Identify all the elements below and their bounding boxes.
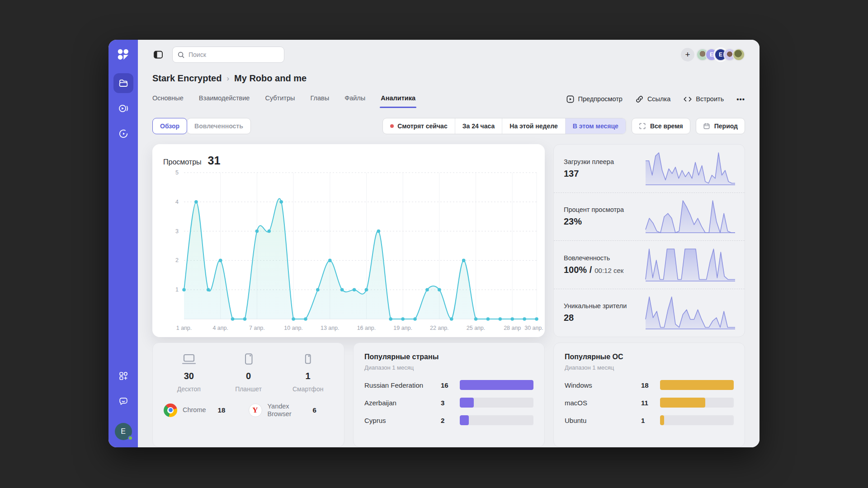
- os-bar: [660, 398, 705, 408]
- tabs: Основные Взаимодействие Субтитры Главы Ф…: [152, 94, 415, 108]
- chat-icon: [118, 395, 129, 407]
- search-icon: [177, 51, 185, 59]
- tab-subtitles[interactable]: Субтитры: [265, 94, 295, 108]
- svg-text:28 апр: 28 апр: [504, 325, 521, 331]
- os-bar-track: [660, 415, 734, 425]
- stat-value: 28: [564, 313, 574, 323]
- stat-unique-viewers[interactable]: Уникальные зрители 28: [554, 289, 745, 337]
- avatar[interactable]: [732, 48, 745, 61]
- stats-column: Загрузки плеера 137 Процент просмотра 23…: [553, 144, 745, 337]
- svg-text:13 апр.: 13 апр.: [321, 325, 340, 331]
- watch-percent-sparkline: [645, 199, 736, 234]
- svg-text:2: 2: [175, 257, 179, 263]
- online-status-dot: [128, 436, 133, 441]
- time-range-segmented: Смотрят сейчас За 24 часа На этой неделе…: [382, 118, 626, 134]
- sidebar-item-integrations[interactable]: [113, 366, 133, 386]
- device-count: 0: [246, 371, 251, 381]
- country-name: Azerbaijan: [364, 399, 441, 407]
- views-chart-title: Просмотры: [163, 158, 202, 166]
- country-row: Cyprus 2: [364, 415, 533, 425]
- unique-viewers-sparkline: [645, 296, 736, 330]
- sidebar-item-catalog[interactable]: [113, 124, 133, 144]
- laptop-icon: [182, 353, 196, 366]
- live-dot-icon: [390, 124, 394, 128]
- svg-text:7 апр.: 7 апр.: [249, 325, 265, 331]
- tab-analytics[interactable]: Аналитика: [381, 94, 415, 108]
- os-value: 11: [641, 399, 656, 407]
- filter-live[interactable]: Смотрят сейчас: [383, 118, 455, 134]
- os-bar-track: [660, 398, 734, 408]
- country-name: Cyprus: [364, 417, 441, 424]
- country-bar: [460, 380, 533, 390]
- embed-button[interactable]: Встроить: [683, 95, 724, 103]
- player-loads-sparkline: [645, 151, 736, 186]
- more-actions-button[interactable]: •••: [736, 95, 745, 103]
- panel-subtitle: Диапазон 1 месяц: [364, 364, 533, 371]
- tab-files[interactable]: Файлы: [344, 94, 365, 108]
- link-button[interactable]: Ссылка: [635, 95, 670, 103]
- svg-text:25 апр.: 25 апр.: [467, 325, 486, 331]
- sidebar-item-support[interactable]: [113, 391, 133, 411]
- browser-name: Yandex Browser: [268, 403, 301, 418]
- all-time-button[interactable]: Все время: [632, 118, 690, 134]
- analytics-bottom-row: 30 Десктоп 0 Планшет 1: [138, 343, 760, 447]
- svg-text:30 апр.: 30 апр.: [524, 325, 543, 331]
- os-bar: [660, 415, 664, 425]
- tab-interaction[interactable]: Взаимодействие: [199, 94, 250, 108]
- views-chart-card: Просмотры 31 123451 апр.4 апр.7 апр.10 а…: [152, 144, 545, 337]
- period-button[interactable]: Период: [696, 118, 745, 134]
- stat-engagement[interactable]: Вовлеченность 100% / 00:12 сек: [554, 240, 745, 289]
- svg-text:4: 4: [175, 199, 179, 205]
- tab-chapters[interactable]: Главы: [310, 94, 329, 108]
- stat-player-loads[interactable]: Загрузки плеера 137: [554, 145, 745, 192]
- engagement-sparkline: [645, 248, 736, 282]
- device-label: Смартфон: [292, 385, 323, 393]
- views-area-chart[interactable]: 123451 апр.4 апр.7 апр.10 апр.13 апр.16 …: [163, 167, 544, 335]
- browser-chrome: Chrome 18: [164, 403, 249, 418]
- search-input[interactable]: [189, 51, 279, 58]
- country-row: Azerbaijan 3: [364, 398, 533, 408]
- filter-month[interactable]: В этом месяце: [565, 118, 626, 134]
- sidebar-item-live[interactable]: [113, 99, 133, 118]
- panel-title: Популярные ОС: [565, 353, 734, 361]
- browser-yandex: Y Yandex Browser 6: [249, 403, 334, 418]
- expand-icon: [639, 122, 646, 130]
- preview-button[interactable]: Предпросмотр: [566, 95, 623, 103]
- tab-main[interactable]: Основные: [152, 94, 184, 108]
- svg-text:16 апр.: 16 апр.: [357, 325, 376, 331]
- sidebar-toggle-icon[interactable]: [152, 49, 164, 61]
- stat-sub-value: 00:12 сек: [594, 267, 623, 274]
- country-value: 3: [441, 399, 456, 407]
- sidebar-item-projects[interactable]: [113, 73, 133, 93]
- smartphone-icon: [302, 353, 314, 366]
- country-bar-track: [460, 415, 533, 425]
- preview-play-icon: [566, 95, 575, 103]
- country-bar-track: [460, 380, 533, 390]
- breadcrumb-project[interactable]: Stark Encrypted: [152, 73, 222, 84]
- stat-watch-percent[interactable]: Процент просмотра 23%: [554, 192, 745, 241]
- panel-subtitle: Диапазон 1 месяц: [565, 364, 734, 371]
- add-member-button[interactable]: +: [681, 48, 694, 61]
- user-avatar[interactable]: E: [115, 423, 132, 440]
- filter-week[interactable]: На этой неделе: [502, 118, 565, 134]
- os-bar: [660, 380, 734, 390]
- view-toggle: Обзор Вовлеченность: [152, 118, 251, 134]
- os-row: macOS 11: [565, 398, 734, 408]
- chrome-icon: [164, 404, 177, 417]
- overview-toggle-button[interactable]: Обзор: [152, 118, 187, 134]
- analytics-main-row: Просмотры 31 123451 апр.4 апр.7 апр.10 а…: [138, 144, 760, 337]
- engagement-toggle-button[interactable]: Вовлеченность: [187, 118, 251, 134]
- country-bar-track: [460, 398, 533, 408]
- kinescope-logo-icon[interactable]: [116, 47, 131, 62]
- popular-os-panel: Популярные ОС Диапазон 1 месяц Windows 1…: [553, 343, 745, 447]
- svg-text:3: 3: [175, 228, 179, 235]
- time-range-filters: Смотрят сейчас За 24 часа На этой неделе…: [382, 118, 745, 134]
- filter-24h[interactable]: За 24 часа: [455, 118, 502, 134]
- svg-text:22 апр.: 22 апр.: [430, 325, 449, 331]
- os-name: Ubuntu: [565, 417, 641, 424]
- device-count: 30: [184, 371, 194, 381]
- member-avatars: E E: [700, 48, 745, 61]
- filters-row: Обзор Вовлеченность Смотрят сейчас За 24…: [138, 118, 760, 134]
- svg-text:10 апр.: 10 апр.: [284, 325, 303, 331]
- app-window: E + E E: [108, 40, 760, 447]
